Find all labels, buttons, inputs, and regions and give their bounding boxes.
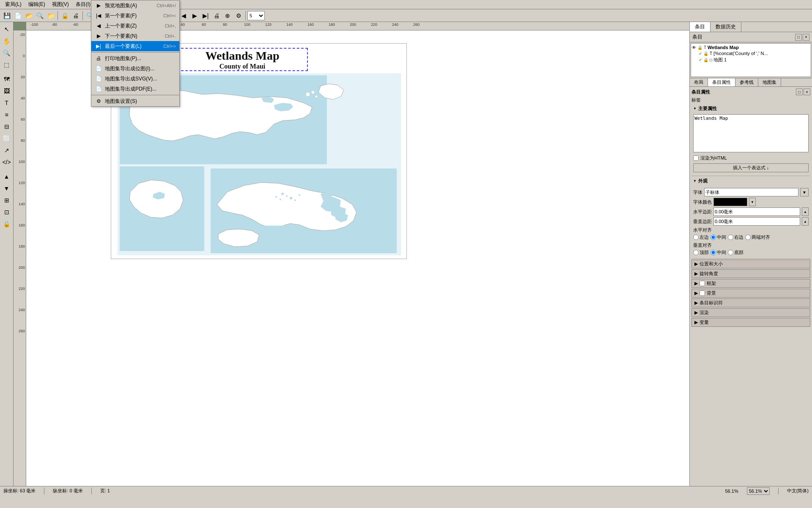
- add-arrow-tool[interactable]: ↗: [1, 145, 12, 156]
- atlas-export-button[interactable]: ⊕: [222, 11, 233, 21]
- rotation-section[interactable]: ▶ 旋转角度: [691, 269, 810, 278]
- h-margin-input[interactable]: [713, 207, 800, 216]
- tab-atlas[interactable]: 地图集: [758, 78, 781, 86]
- props-float-btn[interactable]: □: [796, 88, 803, 95]
- svg-point-8: [286, 195, 288, 197]
- v-align-bottom-radio[interactable]: [728, 250, 733, 255]
- menu-window[interactable]: 窗局(L): [2, 0, 25, 9]
- v-align-middle-radio[interactable]: [710, 250, 716, 255]
- add-map-tool[interactable]: 🗺: [1, 74, 12, 85]
- frame-checkbox[interactable]: [700, 281, 705, 286]
- toc-label-2[interactable]: [%concat('County of ',' N...: [713, 51, 768, 56]
- toc-lock-1[interactable]: 🔒: [697, 45, 702, 50]
- toc-label-3[interactable]: 地图 1: [713, 57, 727, 63]
- v-align-top-radio[interactable]: [693, 250, 699, 255]
- lower-tool[interactable]: ▼: [1, 183, 12, 194]
- font-color-swatch[interactable]: [713, 198, 747, 206]
- item-id-section[interactable]: ▶ 条目标识符: [691, 298, 810, 307]
- ctx-export-img[interactable]: 📄 地图集导出成位图(I)...: [91, 64, 179, 74]
- ctx-export-pdf[interactable]: 📄 地图集导出成PDF(E)...: [91, 84, 179, 94]
- right-panel: 条目 数据历史 条目 □ × 👁 🔒 T Wetlands Map ✓ 🔒: [689, 22, 812, 486]
- group-tool[interactable]: ⊡: [1, 207, 12, 218]
- text-content-area[interactable]: Wetlands Map: [693, 114, 809, 152]
- props-close-btn[interactable]: ×: [804, 88, 810, 95]
- tab-toc[interactable]: 条目: [690, 22, 710, 32]
- add-shape-tool[interactable]: ⬜: [1, 133, 12, 144]
- align-tool[interactable]: ⊞: [1, 195, 12, 206]
- add-scalebar-tool[interactable]: ⊟: [1, 121, 12, 132]
- h-align-justify-radio[interactable]: [745, 235, 751, 240]
- cursor-tool[interactable]: ↖: [1, 24, 12, 35]
- menu-edit[interactable]: 编辑(E): [25, 0, 49, 9]
- new-button[interactable]: 📄: [13, 11, 23, 21]
- h-align-center-radio[interactable]: [710, 235, 716, 240]
- variables-section[interactable]: ▶ 变量: [691, 318, 810, 327]
- toc-eye-1[interactable]: 👁: [692, 45, 696, 50]
- ctx-last[interactable]: ▶| 最后一个要素(L) Ctrl+>: [91, 41, 179, 51]
- toc-check-3[interactable]: ✓: [699, 58, 702, 62]
- add-html-tool[interactable]: </>: [1, 157, 12, 168]
- tab-history[interactable]: 数据历史: [710, 22, 741, 32]
- background-section[interactable]: ▶ 背景: [691, 289, 810, 298]
- rendering-section[interactable]: ▶ 渲染: [691, 308, 810, 317]
- background-checkbox[interactable]: [700, 290, 705, 296]
- frame-section[interactable]: ▶ 框架: [691, 279, 810, 288]
- raise-tool[interactable]: ▲: [1, 171, 12, 182]
- h-margin-spinner[interactable]: ▲: [802, 207, 809, 216]
- toc-label-1[interactable]: Wetlands Map: [708, 45, 739, 50]
- tab-layout[interactable]: 布局: [690, 78, 708, 86]
- font-input[interactable]: [704, 188, 798, 196]
- atlas-last-button[interactable]: ▶|: [200, 11, 211, 21]
- ctx-print[interactable]: 🖨 打印地图集(P)...: [91, 53, 179, 64]
- print-button[interactable]: 🖨: [71, 11, 81, 21]
- menu-view[interactable]: 视图(V): [49, 0, 72, 9]
- search-button[interactable]: 🔍: [35, 11, 45, 21]
- add-image-tool[interactable]: 🖼: [1, 86, 12, 97]
- atlas-next-button[interactable]: ▶: [189, 11, 200, 21]
- toc-lock-2[interactable]: 🔒: [703, 51, 708, 56]
- h-align-right-radio[interactable]: [728, 235, 733, 240]
- ctx-prev[interactable]: ◀ 上一个要素(Z) Ctrl+,: [91, 21, 179, 31]
- atlas-prev-button[interactable]: ◀: [178, 11, 189, 21]
- zoom-level-select[interactable]: 25%33%50%56.1%75%100%: [747, 487, 770, 495]
- insert-expr-btn[interactable]: 插入一个表达式 ↓: [693, 163, 809, 172]
- tab-item-props[interactable]: 条目属性: [708, 78, 735, 86]
- toc-close-btn[interactable]: ×: [803, 34, 809, 41]
- pan-tool[interactable]: ✋: [1, 36, 12, 47]
- font-color-dropdown[interactable]: ▼: [749, 198, 756, 206]
- add-label-tool[interactable]: T: [1, 97, 12, 108]
- lock-button[interactable]: 🔒: [60, 11, 70, 21]
- ctx-export-svg[interactable]: 📄 地图集导出成SVG(V)...: [91, 74, 179, 84]
- ctx-first[interactable]: |◀ 第一个要素(F) Ctrl+<: [91, 11, 179, 21]
- v-margin-input[interactable]: [713, 217, 800, 226]
- ctx-settings-label: 地图集设置(S): [105, 98, 137, 105]
- ctx-settings[interactable]: ⚙ 地图集设置(S): [91, 96, 179, 106]
- lock-item-tool[interactable]: 🔒: [1, 218, 12, 229]
- appearance-section[interactable]: ▼ 外观: [691, 177, 810, 185]
- main-props-section[interactable]: ▼ 主要属性: [691, 105, 810, 113]
- zoom-select[interactable]: 510255075100: [247, 11, 265, 20]
- zoom-tool[interactable]: 🔍: [1, 47, 12, 58]
- atlas-settings-button[interactable]: ⚙: [233, 11, 244, 21]
- toc-lock-3[interactable]: 🔒: [703, 58, 708, 62]
- map-title-box[interactable]: Wetlands Map County of Maui: [177, 48, 308, 71]
- open-button[interactable]: 📂: [24, 11, 34, 21]
- toc-check-2[interactable]: ✓: [699, 51, 702, 56]
- save-button[interactable]: 💾: [2, 11, 12, 21]
- font-dropdown-btn[interactable]: ▼: [800, 188, 809, 196]
- folder-button[interactable]: 📁: [46, 11, 56, 21]
- toc-float-btn[interactable]: □: [795, 34, 802, 41]
- v-align-top: 顶部: [693, 249, 709, 256]
- tab-guides[interactable]: 参考线: [735, 78, 758, 86]
- ctx-next[interactable]: ▶ 下一个要素(N) Ctrl+.: [91, 31, 179, 41]
- position-size-section[interactable]: ▶ 位置和大小: [691, 260, 810, 268]
- add-legend-tool[interactable]: ≡: [1, 109, 12, 120]
- toc-header: 条目 □ ×: [690, 32, 812, 42]
- render-html-checkbox[interactable]: [693, 155, 699, 161]
- select-tool[interactable]: ⬚: [1, 59, 12, 70]
- font-color-row: 字体颜色 ▼: [693, 198, 809, 206]
- v-margin-spinner[interactable]: ▲: [802, 217, 809, 226]
- ctx-preview[interactable]: ▶ 预览地图集(A) Ctrl+Alt+/: [91, 0, 179, 11]
- h-align-left-radio[interactable]: [693, 235, 699, 240]
- atlas-print-button[interactable]: 🖨: [211, 11, 222, 21]
